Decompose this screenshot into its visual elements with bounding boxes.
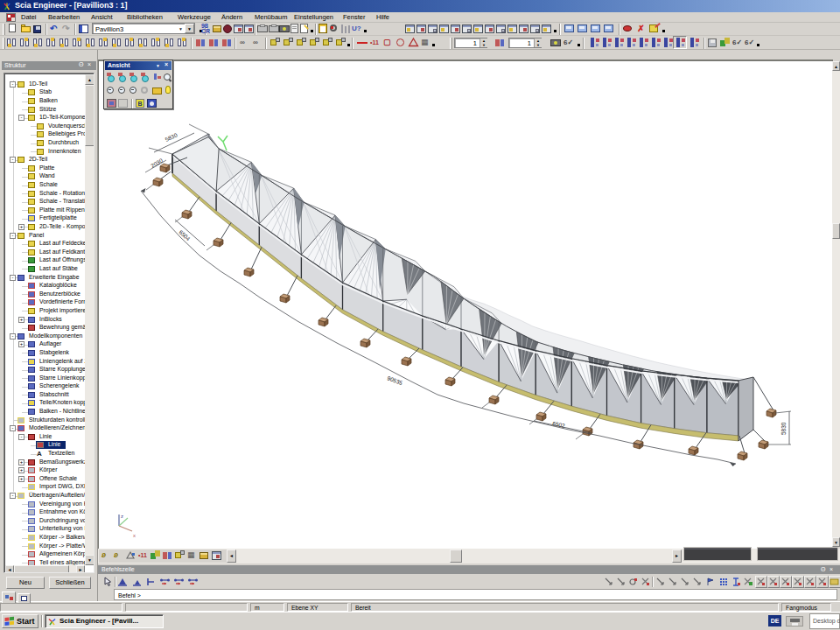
svg-text:5830: 5830 bbox=[780, 422, 787, 435]
svg-text:z: z bbox=[121, 514, 123, 519]
svg-text:5830: 5830 bbox=[164, 131, 178, 142]
svg-text:6502: 6502 bbox=[552, 420, 566, 429]
svg-text:6504: 6504 bbox=[178, 229, 192, 242]
svg-text:x: x bbox=[133, 533, 136, 538]
